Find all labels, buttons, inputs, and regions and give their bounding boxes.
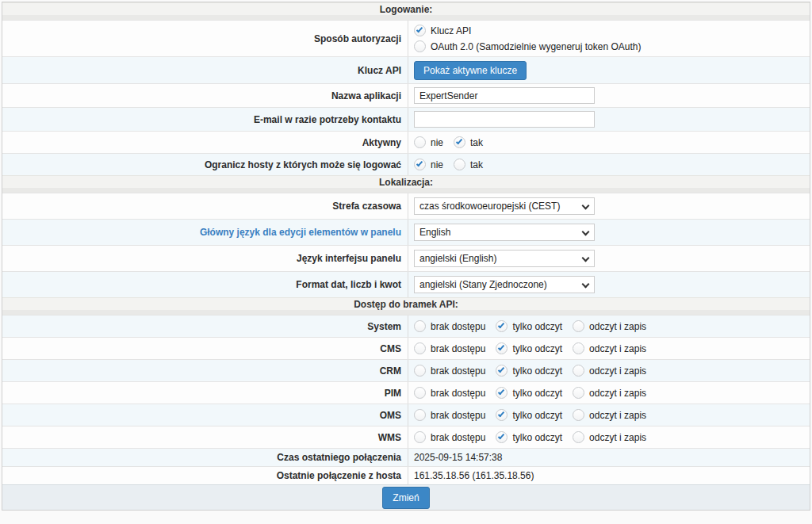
option-odczyt-i-zapis[interactable]: odczyt i zapis — [573, 387, 646, 399]
row-contact-email: E-mail w razie potrzeby kontaktu — [2, 107, 810, 131]
radio-unchecked-icon — [414, 342, 426, 354]
radio-unchecked-icon — [573, 365, 584, 377]
radio-checked-icon — [496, 320, 508, 332]
ui-language-select-control[interactable]: angielski (English) — [414, 250, 595, 267]
settings-panel: Logowanie: Sposób autoryzacji Klucz API … — [2, 2, 810, 511]
section-header-lokalizacja: Lokalizacja: — [2, 175, 810, 193]
radio-checked-icon — [414, 25, 426, 36]
form-footer: Zmień — [2, 484, 810, 510]
section-header-bramki-api: Dostęp do bramek API: — [2, 297, 810, 315]
gateway-row-system: System brak dostępu tylko odczyt odczyt … — [2, 315, 810, 337]
option-tylko-odczyt[interactable]: tylko odczyt — [496, 409, 562, 421]
option-odczyt-i-zapis[interactable]: odczyt i zapis — [573, 431, 646, 443]
radio-unchecked-icon — [573, 387, 584, 399]
gateway-label: System — [367, 321, 401, 332]
gateway-row-crm: CRM brak dostępu tylko odczyt odczyt i z… — [2, 359, 810, 381]
timezone-select[interactable]: czas środkowoeuropejski (CEST) — [414, 197, 595, 215]
gateway-row-pim: PIM brak dostępu tylko odczyt odczyt i z… — [2, 381, 810, 404]
check-icon — [456, 138, 462, 145]
gateway-label: CRM — [380, 365, 401, 377]
timezone-select-control[interactable]: czas środkowoeuropejski (CEST) — [414, 197, 595, 215]
option-tylko-odczyt[interactable]: tylko odczyt — [496, 365, 562, 377]
radio-unchecked-icon — [414, 431, 426, 443]
gateway-row-oms: OMS brak dostępu tylko odczyt odczyt i z… — [2, 404, 810, 426]
radio-unchecked-icon — [573, 409, 584, 421]
option-brak-dostepu[interactable]: brak dostępu — [414, 387, 485, 399]
radio-unchecked-icon — [414, 365, 426, 377]
main-language-label-link[interactable]: Główny język dla edycji elementów w pane… — [200, 227, 401, 238]
check-icon — [416, 160, 423, 167]
row-ui-language: Język interfejsu panelu angielski (Engli… — [2, 245, 810, 271]
gateway-label: PIM — [385, 388, 401, 399]
row-date-format: Format dat, liczb i kwot angielski (Stan… — [2, 271, 810, 297]
option-brak-dostepu[interactable]: brak dostępu — [414, 342, 485, 354]
timezone-label: Strefa czasowa — [332, 201, 401, 212]
main-language-select-control[interactable]: English — [414, 224, 595, 241]
radio-checked-icon — [414, 159, 426, 170]
option-odczyt-i-zapis[interactable]: odczyt i zapis — [573, 409, 646, 421]
date-format-select-control[interactable]: angielski (Stany Zjednoczone) — [414, 276, 595, 293]
radio-unchecked-icon — [414, 320, 426, 332]
radio-unchecked-icon — [414, 40, 426, 52]
option-tylko-odczyt[interactable]: tylko odczyt — [496, 342, 562, 354]
section-title: Logowanie: — [2, 2, 810, 15]
section-header-logowanie: Logowanie: — [2, 2, 810, 20]
option-brak-dostepu[interactable]: brak dostępu — [414, 365, 485, 377]
option-odczyt-i-zapis[interactable]: odczyt i zapis — [573, 342, 646, 354]
submit-button[interactable]: Zmień — [382, 487, 429, 509]
radio-checked-icon — [496, 431, 508, 443]
check-icon — [498, 366, 504, 373]
last-connection-time-value: 2025-09-15 14:57:38 — [414, 452, 502, 463]
option-brak-dostepu[interactable]: brak dostępu — [414, 320, 485, 332]
last-connection-host-label: Ostatnie połączenie z hosta — [277, 470, 401, 481]
show-active-keys-button[interactable]: Pokaż aktywne klucze — [414, 61, 527, 80]
radio-unchecked-icon — [573, 342, 584, 354]
radio-unchecked-icon — [454, 159, 465, 170]
check-icon — [498, 388, 504, 396]
restrict-hosts-option-nie[interactable]: nie — [414, 159, 443, 170]
row-timezone: Strefa czasowa czas środkowoeuropejski (… — [2, 193, 810, 219]
option-tylko-odczyt[interactable]: tylko odczyt — [496, 431, 562, 443]
radio-unchecked-icon — [414, 136, 426, 148]
active-option-tak[interactable]: tak — [454, 136, 483, 148]
row-api-key: Klucz API Pokaż aktywne klucze — [2, 56, 810, 83]
gateway-row-wms: WMS brak dostępu tylko odczyt odczyt i z… — [2, 426, 810, 448]
contact-email-input[interactable] — [414, 111, 595, 128]
option-odczyt-i-zapis[interactable]: odczyt i zapis — [573, 365, 646, 377]
radio-checked-icon — [496, 387, 508, 399]
radio-checked-icon — [496, 342, 508, 354]
row-active: Aktywny nie tak — [2, 131, 810, 153]
radio-checked-icon — [496, 365, 508, 377]
app-name-label: Nazwa aplikacji — [331, 90, 401, 101]
row-auth-method: Sposób autoryzacji Klucz API OAuth 2.0 (… — [2, 20, 810, 56]
auth-option-oauth[interactable]: OAuth 2.0 (Samodzielnie wygeneruj token … — [414, 40, 641, 52]
radio-checked-icon — [496, 409, 508, 421]
ui-language-select[interactable]: angielski (English) — [414, 250, 595, 267]
check-icon — [416, 26, 423, 33]
main-language-select[interactable]: English — [414, 224, 595, 241]
last-connection-time-label: Czas ostatniego połączenia — [277, 452, 401, 463]
option-odczyt-i-zapis[interactable]: odczyt i zapis — [573, 320, 646, 332]
restrict-hosts-label: Ogranicz hosty z których może się logowa… — [205, 159, 401, 170]
last-connection-host-value: 161.35.18.56 (161.35.18.56) — [414, 470, 534, 481]
row-restrict-hosts: Ogranicz hosty z których może się logowa… — [2, 153, 810, 175]
radio-unchecked-icon — [573, 431, 584, 443]
active-label: Aktywny — [362, 137, 401, 148]
row-last-connection-host: Ostatnie połączenie z hosta 161.35.18.56… — [2, 466, 810, 484]
radio-unchecked-icon — [573, 320, 584, 332]
check-icon — [498, 344, 504, 351]
app-name-input[interactable] — [414, 87, 595, 104]
active-option-nie[interactable]: nie — [414, 136, 443, 148]
restrict-hosts-option-tak[interactable]: tak — [454, 159, 483, 170]
option-brak-dostepu[interactable]: brak dostępu — [414, 431, 485, 443]
date-format-select[interactable]: angielski (Stany Zjednoczone) — [414, 276, 595, 293]
contact-email-label: E-mail w razie potrzeby kontaktu — [254, 114, 401, 125]
gateway-row-cms: CMS brak dostępu tylko odczyt odczyt i z… — [2, 337, 810, 359]
gateway-label: CMS — [380, 343, 401, 354]
section-title: Lokalizacja: — [2, 175, 810, 188]
option-brak-dostepu[interactable]: brak dostępu — [414, 409, 485, 421]
option-tylko-odczyt[interactable]: tylko odczyt — [496, 387, 562, 399]
option-tylko-odczyt[interactable]: tylko odczyt — [496, 320, 562, 332]
auth-option-klucz-api[interactable]: Klucz API — [414, 25, 471, 36]
check-icon — [498, 322, 504, 329]
